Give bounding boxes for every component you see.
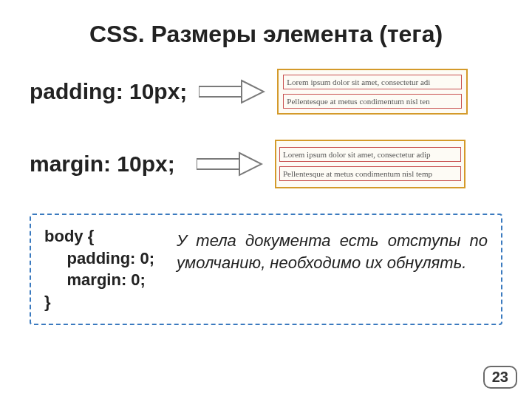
code-snippet: body { padding: 0; margin: 0; } (44, 225, 154, 313)
lorem-line: Lorem ipsum dolor sit amet, consectetur … (279, 147, 461, 162)
lorem-line: Lorem ipsum dolor sit amet, consectetur … (283, 75, 462, 89)
page-number: 23 (483, 366, 517, 389)
page-title: CSS. Размеры элемента (тега) (30, 21, 502, 48)
svg-marker-3 (239, 153, 262, 175)
preview-margin: Lorem ipsum dolor sit amet, consectetur … (275, 140, 466, 188)
svg-rect-0 (199, 86, 242, 97)
lorem-line: Pellentesque at metus condimentum nisl t… (279, 166, 461, 181)
slide: CSS. Размеры элемента (тега) padding: 10… (0, 0, 532, 399)
svg-marker-1 (242, 81, 264, 103)
label-padding: padding: 10px; (30, 79, 187, 104)
arrow-icon (199, 79, 265, 104)
label-margin: margin: 10px; (30, 151, 185, 177)
note-text: У тела документа есть отступы по умолчан… (177, 225, 488, 273)
row-padding: padding: 10px; Lorem ipsum dolor sit ame… (30, 69, 502, 115)
row-margin: margin: 10px; Lorem ipsum dolor sit amet… (30, 140, 502, 188)
lorem-line: Pellentesque at metus condimentum nisl t… (283, 94, 462, 109)
note-box: body { padding: 0; margin: 0; } У тела д… (30, 214, 502, 325)
preview-padding: Lorem ipsum dolor sit amet, consectetur … (277, 69, 468, 115)
arrow-icon (197, 151, 263, 177)
svg-rect-2 (197, 159, 239, 169)
